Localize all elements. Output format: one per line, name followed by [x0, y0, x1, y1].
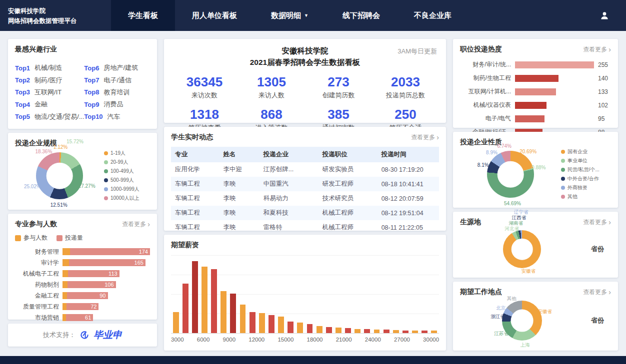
nav-item-employer-board[interactable]: 用人单位看板: [175, 0, 254, 31]
histogram-bar[interactable]: [422, 331, 428, 333]
job-heat-bars[interactable]: 财务/审计/统...255制药/生物工程140互联网/计算机...133机械/仪…: [460, 60, 611, 136]
legend-item[interactable]: 国有企业: [561, 148, 611, 155]
histogram-bar[interactable]: [374, 330, 380, 333]
salary-histogram[interactable]: 3000600090001200015000180002100024000270…: [171, 255, 439, 343]
card-realtime-activity: 学生实时动态 查看更多› 专业 姓名 投递企业 投递职位 投递时间 应用化学李中…: [164, 127, 446, 231]
deliveries-bar[interactable]: 90: [67, 292, 108, 299]
tech-support-brand[interactable]: 毕业申: [94, 329, 122, 342]
histogram-bar[interactable]: [307, 324, 313, 333]
donut-hole: [46, 163, 73, 189]
legend-swatch: [104, 178, 108, 182]
heat-bar[interactable]: [515, 115, 544, 122]
heat-bar[interactable]: [515, 61, 594, 68]
legend-item[interactable]: 外商独资: [561, 184, 611, 191]
origin-donut-chart[interactable]: 安徽省河北省湖南省江西省辽宁省: [460, 228, 584, 271]
deliveries-bar[interactable]: 72: [66, 303, 98, 310]
legend-item[interactable]: 其他: [561, 193, 611, 200]
company-scale-donut-chart[interactable]: 1.12%15.72%27.27%12.51%25.02%18.36%: [15, 149, 104, 203]
table-row[interactable]: 车辆工程李映科易动力技术研究员08-12 20:07:59: [171, 191, 439, 206]
deliveries-bar[interactable]: 113: [68, 270, 120, 277]
heat-bar[interactable]: [515, 102, 546, 109]
histogram-slot: [180, 255, 190, 333]
histogram-bar[interactable]: [364, 329, 370, 333]
bar-row: 金融工程90: [15, 290, 150, 301]
view-more-link[interactable]: 查看更多›: [122, 220, 150, 229]
histogram-bar[interactable]: [393, 330, 399, 333]
legend-item[interactable]: 20-99人: [104, 159, 150, 166]
histogram-bar[interactable]: [192, 261, 198, 333]
table-row[interactable]: 车辆工程李映中国重汽研发工程师08-18 10:41:41: [171, 177, 439, 191]
x-axis-tick-label: 18000: [307, 337, 323, 343]
stat-label: 创建简历数: [305, 91, 372, 100]
heat-bar[interactable]: [515, 75, 558, 82]
legend-item[interactable]: 参与人数: [15, 234, 48, 242]
donut-slice-label: 0.88%: [532, 165, 546, 170]
major-participation-bars[interactable]: 财务管理174审计学165机械电子工程113药物制剂106金融工程90质量管理工…: [15, 246, 150, 323]
company-nature-donut-chart[interactable]: 20.69%0.88%54.69%8.1%8.9%6.74%: [460, 148, 561, 201]
heat-bar[interactable]: [515, 88, 556, 95]
histogram-bar[interactable]: [182, 284, 188, 333]
view-more-link[interactable]: 查看更多›: [411, 133, 439, 142]
deliveries-bar[interactable]: 61: [66, 314, 93, 321]
legend-item[interactable]: 1-19人: [104, 150, 150, 157]
histogram-bar[interactable]: [412, 331, 418, 333]
participants-bar[interactable]: [62, 281, 68, 288]
work-location-donut-chart[interactable]: 安徽省上海江苏省浙江省北京其他: [460, 298, 584, 344]
histogram-bar[interactable]: [402, 331, 408, 333]
histogram-bar[interactable]: [431, 331, 437, 333]
participants-bar[interactable]: [62, 248, 70, 255]
legend-item[interactable]: 500-999人: [104, 177, 150, 184]
deliveries-bar[interactable]: 174: [70, 248, 150, 255]
histogram-bar[interactable]: [326, 327, 332, 333]
histogram-bar[interactable]: [250, 312, 256, 333]
view-more-link[interactable]: 查看更多›: [583, 45, 611, 54]
histogram-bar[interactable]: [288, 322, 294, 333]
legend-item[interactable]: 中外合资/合作: [561, 175, 611, 182]
x-axis-tick: 18000: [307, 337, 323, 343]
histogram-bar[interactable]: [336, 328, 342, 333]
histogram-bar[interactable]: [354, 329, 360, 333]
histogram-bar[interactable]: [230, 294, 236, 333]
participants-bar[interactable]: [62, 292, 67, 299]
legend-item[interactable]: 1000-9999人: [104, 186, 150, 193]
participants-bar[interactable]: [62, 270, 68, 277]
participants-bar[interactable]: [62, 303, 66, 310]
table-row[interactable]: 车辆工程李映雷格特机械工程师08-11 21:22:05: [171, 220, 439, 235]
histogram-bar[interactable]: [297, 323, 303, 333]
bar-row: 审计学165: [15, 257, 150, 268]
view-more-label: 查看更多: [583, 45, 607, 54]
x-axis-tick-label: 6000: [197, 337, 210, 343]
nav-item-offline-fair[interactable]: 线下招聘会: [326, 0, 397, 31]
histogram-bar[interactable]: [316, 326, 322, 333]
participants-bar[interactable]: [62, 259, 69, 266]
histogram-bar[interactable]: [384, 330, 390, 333]
legend-swatch: [56, 235, 62, 241]
view-more-label: 查看更多: [583, 218, 607, 227]
histogram-bar[interactable]: [259, 313, 265, 333]
legend-item[interactable]: 投递量: [56, 234, 83, 242]
histogram-bar[interactable]: [240, 305, 246, 333]
deliveries-bar[interactable]: 106: [68, 281, 116, 288]
user-avatar-button[interactable]: [596, 8, 613, 23]
nav-item-student-board[interactable]: 学生看板: [111, 0, 175, 31]
histogram-bar[interactable]: [345, 328, 351, 333]
legend-item[interactable]: 10000人以上: [104, 195, 150, 202]
nav-item-data-detail[interactable]: 数据明细▼: [254, 0, 326, 31]
table-row[interactable]: 车辆工程李映和夏科技机械工程师08-12 19:51:04: [171, 206, 439, 220]
legend-item[interactable]: 100-499人: [104, 168, 150, 175]
histogram-bar[interactable]: [211, 269, 217, 333]
histogram-bar[interactable]: [202, 267, 208, 333]
legend-item[interactable]: 事业单位: [561, 157, 611, 164]
histogram-bar[interactable]: [268, 315, 274, 333]
bar-value-label: 102: [598, 102, 611, 109]
histogram-bar[interactable]: [173, 312, 179, 333]
deliveries-bar[interactable]: 165: [69, 259, 146, 266]
view-more-link[interactable]: 查看更多›: [583, 218, 611, 227]
view-more-link[interactable]: 查看更多›: [583, 288, 611, 297]
nav-item-bad-companies[interactable]: 不良企业库: [397, 0, 468, 31]
participants-bar[interactable]: [62, 314, 66, 321]
histogram-bar[interactable]: [278, 317, 284, 333]
legend-item[interactable]: 民营/私营/个...: [561, 166, 611, 173]
table-row[interactable]: 应用化学李中迎江苏创牌...研发实验员08-30 17:19:20: [171, 162, 439, 177]
histogram-bar[interactable]: [220, 291, 226, 333]
